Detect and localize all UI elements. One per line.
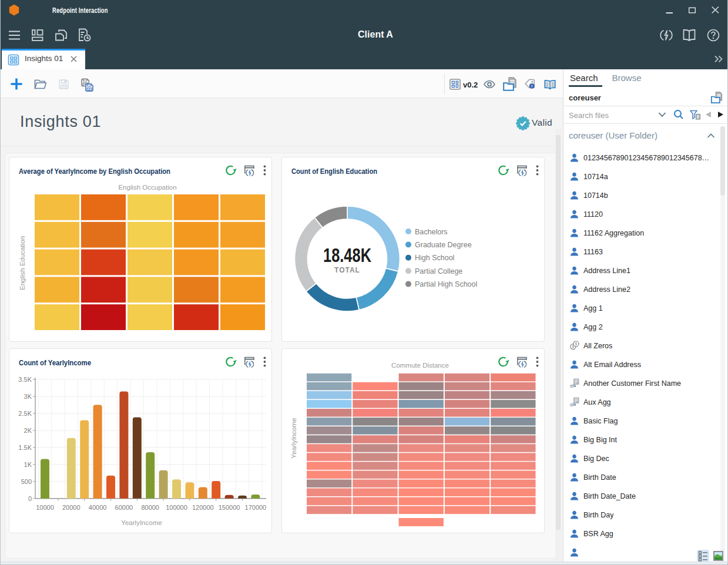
svg-text:Bachelors: Bachelors (415, 228, 448, 236)
svg-text:Count of YearlyIncome: Count of YearlyIncome (19, 359, 91, 367)
svg-text:150000: 150000 (219, 504, 240, 511)
svg-text:18.48K: 18.48K (323, 244, 371, 266)
svg-text:1K: 1K (24, 461, 32, 468)
svg-text:Average of YearlyIncome by Eng: Average of YearlyIncome by English Occup… (19, 167, 170, 176)
svg-text:Graduate Degree: Graduate Degree (415, 241, 472, 249)
svg-text:High School: High School (415, 254, 454, 262)
svg-text:YearlyIncome: YearlyIncome (290, 418, 297, 458)
svg-text:120000: 120000 (192, 504, 214, 511)
svg-text:English Occupation: English Occupation (118, 184, 176, 191)
svg-text:2K: 2K (24, 427, 32, 434)
svg-text:500: 500 (21, 478, 32, 485)
svg-text:2.5K: 2.5K (18, 410, 32, 417)
svg-text:Partial College: Partial College (415, 267, 462, 275)
svg-text:1.5K: 1.5K (18, 444, 32, 451)
svg-text:3.5K: 3.5K (18, 376, 32, 383)
svg-text:English Education: English Education (19, 236, 26, 290)
svg-text:0: 0 (28, 495, 32, 502)
svg-text:60000: 60000 (115, 504, 133, 511)
svg-text:20000: 20000 (62, 504, 80, 511)
svg-text:3K: 3K (24, 393, 32, 400)
svg-text:170000: 170000 (245, 504, 267, 511)
svg-text:10000: 10000 (36, 504, 54, 511)
svg-text:40000: 40000 (89, 504, 107, 511)
svg-text:Partial High School: Partial High School (415, 280, 477, 288)
svg-text:YearlyIncome: YearlyIncome (121, 519, 162, 526)
svg-text:TOTAL: TOTAL (334, 266, 360, 274)
svg-text:100000: 100000 (166, 504, 187, 511)
svg-text:Count of English Education: Count of English Education (291, 167, 377, 176)
svg-text:Commute Distance: Commute Distance (391, 362, 449, 369)
svg-text:80000: 80000 (141, 504, 159, 511)
